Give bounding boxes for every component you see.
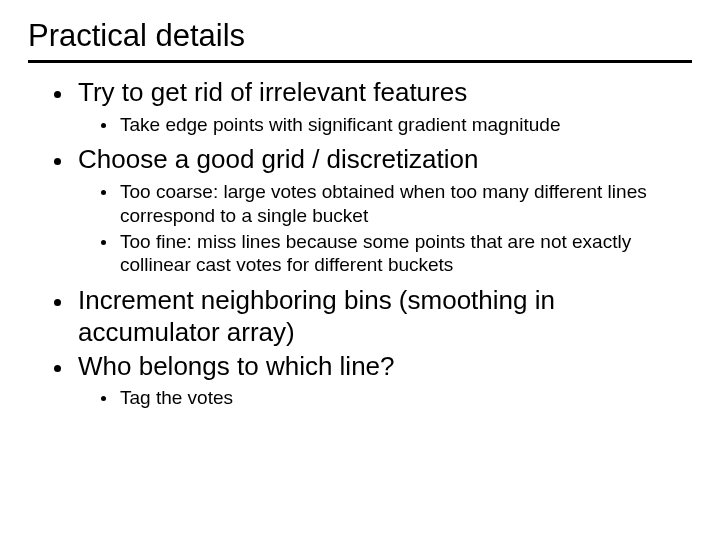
bullet-text: Increment neighboring bins (smoothing in… bbox=[78, 285, 555, 347]
list-item: Who belongs to which line? Tag the votes bbox=[74, 351, 692, 410]
list-item: Tag the votes bbox=[118, 386, 692, 410]
bullet-text: Choose a good grid / discretization bbox=[78, 144, 478, 174]
bullet-text: Take edge points with significant gradie… bbox=[120, 114, 560, 135]
list-item: Take edge points with significant gradie… bbox=[118, 113, 692, 137]
slide: Practical details Try to get rid of irre… bbox=[0, 0, 720, 540]
bullet-text: Try to get rid of irrelevant features bbox=[78, 77, 467, 107]
bullet-text: Too coarse: large votes obtained when to… bbox=[120, 181, 647, 226]
list-item: Try to get rid of irrelevant features Ta… bbox=[74, 77, 692, 136]
sub-list: Tag the votes bbox=[78, 386, 692, 410]
list-item: Choose a good grid / discretization Too … bbox=[74, 144, 692, 277]
list-item: Increment neighboring bins (smoothing in… bbox=[74, 285, 692, 348]
bullet-text: Who belongs to which line? bbox=[78, 351, 395, 381]
sub-list: Too coarse: large votes obtained when to… bbox=[78, 180, 692, 277]
bullet-list: Try to get rid of irrelevant features Ta… bbox=[28, 77, 692, 410]
title-rule bbox=[28, 60, 692, 63]
bullet-text: Too fine: miss lines because some points… bbox=[120, 231, 631, 276]
slide-title: Practical details bbox=[28, 18, 692, 56]
list-item: Too fine: miss lines because some points… bbox=[118, 230, 692, 278]
list-item: Too coarse: large votes obtained when to… bbox=[118, 180, 692, 228]
bullet-text: Tag the votes bbox=[120, 387, 233, 408]
sub-list: Take edge points with significant gradie… bbox=[78, 113, 692, 137]
